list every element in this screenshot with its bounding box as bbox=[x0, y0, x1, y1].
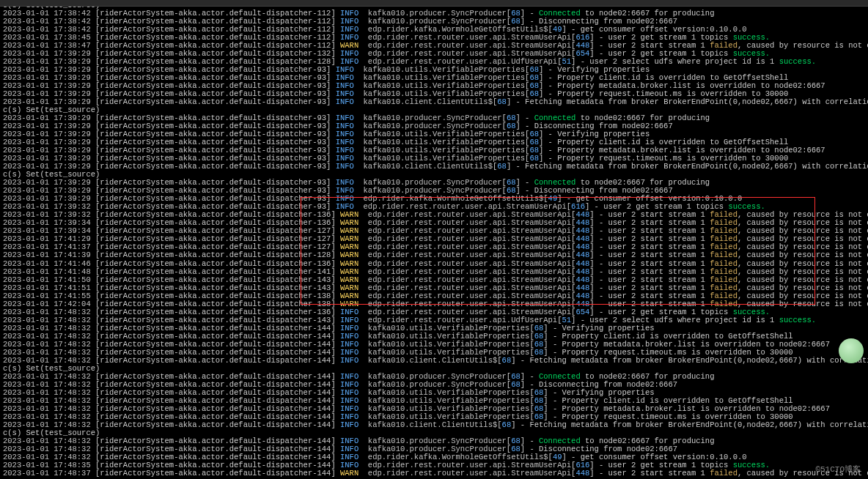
avatar bbox=[839, 338, 864, 363]
log-line: 2023-01-01 17:48:32 [riderActorSystem-ak… bbox=[3, 357, 865, 365]
window-titlebar bbox=[0, 0, 868, 7]
log-line: 2023-01-01 17:48:37 [riderActorSystem-ak… bbox=[3, 469, 865, 478]
watermark: ©51CTO博客 bbox=[815, 466, 861, 475]
terminal-output[interactable]: c(s) Set(test_source)2023-01-01 17:38:42… bbox=[0, 0, 868, 479]
log-line: 2023-01-01 17:39:29 [riderActorSystem-ak… bbox=[3, 98, 865, 106]
log-line: 2023-01-01 17:39:29 [riderActorSystem-ak… bbox=[3, 163, 865, 171]
log-line: 2023-01-01 17:48:32 [riderActorSystem-ak… bbox=[3, 421, 865, 429]
